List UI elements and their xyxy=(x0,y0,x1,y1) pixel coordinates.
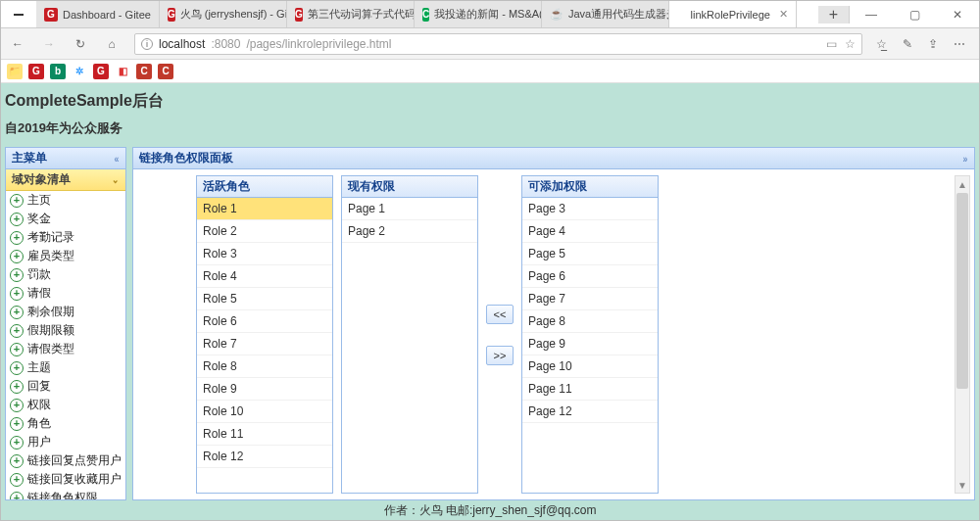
sidebar-item[interactable]: +链接角色权限 xyxy=(6,489,125,499)
table-row[interactable]: Role 3 xyxy=(197,243,332,265)
reload-button[interactable]: ↻ xyxy=(72,35,89,53)
table-row[interactable]: Page 12 xyxy=(522,401,658,423)
app-icon xyxy=(1,14,36,16)
sidebar-item[interactable]: +链接回复点赞用户 xyxy=(6,451,125,470)
bookmark-icon[interactable]: C xyxy=(136,64,152,79)
perms-grid: 现有权限 Page 1Page 2 xyxy=(341,175,478,494)
plus-icon: + xyxy=(10,306,24,319)
browser-tab[interactable]: G第三代动词算子式代码 xyxy=(287,1,415,27)
sidebar-item[interactable]: +雇员类型 xyxy=(6,247,125,265)
table-row[interactable]: Role 7 xyxy=(197,333,332,355)
bookmark-icon[interactable]: b xyxy=(50,64,66,79)
back-button[interactable]: ← xyxy=(9,35,26,53)
plus-icon: + xyxy=(10,213,24,226)
url-input[interactable]: i localhost:8080/pages/linkroleprivilege… xyxy=(134,33,862,55)
table-row[interactable]: Page 4 xyxy=(522,220,658,243)
table-row[interactable]: Page 6 xyxy=(522,265,658,288)
browser-tab[interactable]: C我投递的新闻 - MS&A( xyxy=(415,1,542,27)
forward-button[interactable]: → xyxy=(40,35,58,53)
more-icon[interactable]: ⋯ xyxy=(954,37,965,51)
close-button[interactable]: ✕ xyxy=(936,1,979,28)
table-row[interactable]: Page 5 xyxy=(522,243,658,265)
sidebar-item[interactable]: +主题 xyxy=(6,358,125,377)
new-tab-button[interactable]: + xyxy=(818,6,850,24)
share-icon[interactable]: ⇪ xyxy=(928,37,938,51)
favicon-icon: G xyxy=(295,8,303,22)
browser-tab[interactable]: G火鸟 (jerryshensjf) - Git xyxy=(160,1,287,27)
table-row[interactable]: Page 10 xyxy=(522,355,658,378)
table-row[interactable]: Role 4 xyxy=(197,265,332,288)
table-row[interactable]: Page 1 xyxy=(342,198,477,220)
plus-icon: + xyxy=(10,231,24,245)
home-button[interactable]: ⌂ xyxy=(103,35,121,53)
table-row[interactable]: Role 1 xyxy=(197,198,332,220)
table-row[interactable]: Role 5 xyxy=(197,288,332,310)
sidebar-item[interactable]: +请假类型 xyxy=(6,340,125,358)
sidebar-item[interactable]: +罚款 xyxy=(6,265,125,284)
browser-tab[interactable]: linkRolePrivilege✕ xyxy=(669,1,797,27)
scroll-down-icon[interactable]: ▼ xyxy=(956,477,969,493)
move-right-button[interactable]: >> xyxy=(486,346,514,365)
plus-icon: + xyxy=(10,343,24,356)
avail-grid: 可添加权限 Page 3Page 4Page 5Page 6Page 7Page… xyxy=(521,175,659,494)
roles-grid: 活跃角色 Role 1Role 2Role 3Role 4Role 5Role … xyxy=(196,175,333,494)
table-row[interactable]: Page 8 xyxy=(522,310,658,333)
sidebar-item-label: 角色 xyxy=(27,415,51,432)
scroll-thumb[interactable] xyxy=(956,193,968,389)
scrollbar[interactable]: ▲ ▼ xyxy=(955,175,970,494)
table-row[interactable]: Role 11 xyxy=(197,423,332,446)
sidebar-item[interactable]: +主页 xyxy=(6,191,125,210)
tab-label: linkRolePrivilege xyxy=(691,9,770,21)
favicon-icon: ☕ xyxy=(550,8,564,22)
table-row[interactable]: Role 2 xyxy=(197,220,332,243)
bookmark-icon[interactable]: G xyxy=(28,64,44,79)
sidebar-item[interactable]: +角色 xyxy=(6,414,125,433)
sidebar-item[interactable]: +回复 xyxy=(6,377,125,396)
minimize-button[interactable]: — xyxy=(850,1,893,28)
close-tab-icon[interactable]: ✕ xyxy=(779,8,788,21)
table-row[interactable]: Role 8 xyxy=(197,355,332,378)
table-row[interactable]: Page 2 xyxy=(342,220,477,243)
chevron-down-icon[interactable]: ⌄ xyxy=(112,173,119,186)
browser-tab[interactable]: ☕Java通用代码生成器光 xyxy=(542,1,669,27)
bookmark-icon[interactable]: 📁 xyxy=(7,64,23,79)
plus-icon: + xyxy=(10,380,24,394)
collapse-icon[interactable]: « xyxy=(114,153,119,165)
sidebar-item[interactable]: +请假 xyxy=(6,284,125,303)
sidebar-item[interactable]: +考勤记录 xyxy=(6,228,125,247)
sidebar-item-label: 雇员类型 xyxy=(27,248,74,264)
sidebar-item-label: 假期限额 xyxy=(27,322,74,339)
bookmark-icon[interactable]: ✲ xyxy=(72,64,87,79)
bookmark-icon[interactable]: C xyxy=(158,64,173,79)
favorite-icon[interactable]: ☆ xyxy=(845,37,856,51)
address-bar: ← → ↻ ⌂ i localhost:8080/pages/linkrolep… xyxy=(1,28,979,60)
favorites-icon[interactable]: ☆̲ xyxy=(876,37,887,51)
sidebar-item[interactable]: +链接回复收藏用户 xyxy=(6,470,125,489)
sidebar-item[interactable]: +权限 xyxy=(6,396,125,414)
sidebar-item[interactable]: +用户 xyxy=(6,433,125,451)
table-row[interactable]: Role 6 xyxy=(197,310,332,333)
maximize-button[interactable]: ▢ xyxy=(893,1,936,28)
plus-icon: + xyxy=(10,194,24,208)
table-row[interactable]: Page 3 xyxy=(522,198,658,220)
table-row[interactable]: Role 10 xyxy=(197,401,332,423)
favicon-icon: C xyxy=(422,8,429,22)
table-row[interactable]: Role 9 xyxy=(197,378,332,401)
sidebar-item[interactable]: +假期限额 xyxy=(6,321,125,340)
reader-icon[interactable]: ▭ xyxy=(826,37,837,51)
table-row[interactable]: Page 9 xyxy=(522,333,658,355)
sidebar-item[interactable]: +奖金 xyxy=(6,210,125,228)
table-row[interactable]: Page 11 xyxy=(522,378,658,401)
notes-icon[interactable]: ✎ xyxy=(903,37,912,51)
table-row[interactable]: Role 12 xyxy=(197,446,332,468)
scroll-up-icon[interactable]: ▲ xyxy=(956,176,969,192)
move-left-button[interactable]: << xyxy=(486,305,514,324)
bookmark-icon[interactable]: ◧ xyxy=(115,64,130,79)
sidebar-item[interactable]: +剩余假期 xyxy=(6,303,125,321)
accordion-title: 域对象清单 xyxy=(12,171,71,188)
collapse-icon[interactable]: » xyxy=(962,153,967,165)
table-row[interactable]: Page 7 xyxy=(522,288,658,310)
bookmark-icon[interactable]: G xyxy=(93,64,109,79)
plus-icon: + xyxy=(10,399,24,412)
browser-tab[interactable]: GDashboard - Gitee xyxy=(36,1,160,27)
